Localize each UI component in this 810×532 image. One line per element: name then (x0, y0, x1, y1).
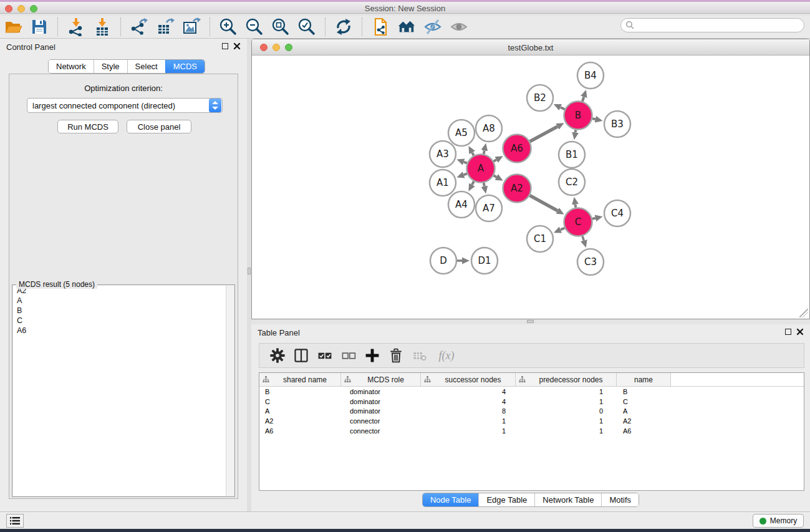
window-resize-grip[interactable] (799, 309, 808, 317)
graph-edge-C-C1[interactable] (561, 228, 565, 230)
graph-edge-C-C2[interactable] (576, 205, 576, 208)
graph-edge-A-A6[interactable] (494, 160, 497, 162)
import-table-icon[interactable] (93, 17, 112, 36)
home-icon[interactable] (397, 17, 416, 36)
result-list-item[interactable]: C (13, 316, 234, 326)
close-panel-icon[interactable] (233, 42, 241, 50)
table-cell[interactable]: dominator (341, 407, 421, 415)
table-cell[interactable]: connector (341, 427, 421, 435)
export-table-icon[interactable] (156, 17, 175, 36)
graph-edge-A2-C[interactable] (530, 195, 558, 211)
zoom-out-icon[interactable] (245, 17, 264, 36)
search-input[interactable] (635, 20, 804, 31)
add-column-icon[interactable] (363, 346, 382, 365)
table-cell[interactable]: 1 (421, 427, 516, 435)
tab-select[interactable]: Select (127, 60, 165, 73)
node-table[interactable]: shared nameMCDS rolesuccessor nodesprede… (259, 372, 804, 491)
table-cell[interactable]: A (259, 407, 341, 415)
table-row[interactable]: A6connector11A6 (259, 426, 804, 436)
float-panel-icon[interactable] (785, 329, 791, 335)
graph-edge-A-A3[interactable] (464, 162, 467, 163)
result-list-item[interactable]: A6 (13, 326, 234, 336)
table-cell[interactable]: 1 (516, 388, 617, 395)
table-cell[interactable]: A2 (259, 417, 341, 425)
tab-node-table[interactable]: Node Table (423, 493, 479, 506)
divider-grab-handle[interactable] (527, 320, 534, 323)
graph-edge-B-B2[interactable] (561, 107, 565, 109)
tab-network[interactable]: Network (49, 60, 94, 73)
table-cell[interactable]: 4 (421, 388, 516, 395)
table-cell[interactable]: 8 (421, 407, 516, 415)
run-mcds-button[interactable]: Run MCDS (57, 120, 118, 133)
search-field[interactable] (620, 18, 804, 32)
graph-edge-A-A2[interactable] (494, 175, 497, 177)
export-network-icon[interactable] (130, 17, 148, 36)
graph-edge-B-B1[interactable] (576, 130, 576, 132)
table-row[interactable]: Bdominator41B (259, 387, 804, 397)
tab-motifs[interactable]: Motifs (601, 493, 639, 506)
column-header[interactable]: name (617, 373, 671, 386)
graph-edge-C-C4[interactable] (592, 218, 595, 219)
show-graphics-details-icon[interactable] (450, 17, 468, 36)
open-folder-icon[interactable] (4, 17, 22, 36)
task-history-button[interactable] (6, 514, 24, 528)
graph-edge-A-A1[interactable] (464, 173, 467, 175)
criterion-dropdown[interactable]: largest connected component (directed) (27, 98, 223, 113)
column-header[interactable]: predecessor nodes (516, 373, 617, 386)
result-list-item[interactable]: A (13, 296, 234, 306)
graph-edge-A6-B[interactable] (530, 127, 557, 142)
table-cell[interactable]: 0 (516, 407, 617, 415)
graph-edge-A-A8[interactable] (484, 150, 485, 154)
mcds-result-list[interactable]: A2ABCA6 (13, 286, 234, 496)
table-cell[interactable]: A (617, 407, 671, 415)
result-list-item[interactable]: B (13, 306, 234, 316)
table-row[interactable]: Adominator80A (259, 407, 804, 417)
panel-divider-vertical[interactable] (247, 39, 251, 511)
table-cell[interactable]: dominator (341, 398, 421, 405)
table-cell[interactable]: C (259, 398, 341, 405)
refresh-icon[interactable] (334, 17, 353, 36)
result-scrollbar[interactable] (226, 286, 234, 496)
save-icon[interactable] (30, 17, 49, 36)
tab-edge-table[interactable]: Edge Table (478, 493, 534, 506)
table-cell[interactable]: dominator (341, 388, 421, 395)
deselect-all-icon[interactable] (339, 346, 358, 365)
tab-network-table[interactable]: Network Table (534, 493, 601, 506)
delete-column-icon[interactable] (387, 346, 405, 365)
graph-edge-A-A4[interactable] (472, 181, 474, 185)
column-header[interactable]: MCDS role (341, 373, 421, 386)
table-cell[interactable]: connector (341, 417, 421, 425)
table-row[interactable]: A2connector11A2 (259, 416, 804, 426)
table-cell[interactable]: B (617, 388, 671, 395)
new-network-from-selection-icon[interactable] (371, 17, 390, 36)
table-cell[interactable]: 4 (421, 398, 516, 405)
table-cell[interactable]: A6 (259, 427, 341, 435)
network-canvas[interactable]: AA1A2A3A4A5A6A7A8BB1B2B3B4CC1C2C3C4DD1 (252, 56, 809, 319)
graph-edge-C-C3[interactable] (582, 236, 584, 240)
table-cell[interactable]: 1 (516, 417, 617, 425)
tab-style[interactable]: Style (94, 60, 127, 73)
import-network-icon[interactable] (67, 17, 85, 36)
graph-edge-A-A7[interactable] (484, 183, 485, 186)
column-header[interactable]: successor nodes (421, 373, 516, 386)
column-header[interactable]: shared name (259, 373, 341, 386)
show-columns-icon[interactable] (292, 346, 311, 365)
memory-button[interactable]: Memory (753, 514, 804, 528)
tab-mcds[interactable]: MCDS (165, 60, 205, 73)
settings-gear-icon[interactable] (268, 346, 287, 365)
float-panel-icon[interactable] (222, 43, 228, 49)
table-cell[interactable]: C (617, 398, 671, 405)
network-window-titlebar[interactable]: testGlobe.txt (252, 39, 809, 56)
zoom-selected-icon[interactable] (297, 17, 316, 36)
zoom-fit-icon[interactable] (271, 17, 290, 36)
table-cell[interactable]: A2 (617, 417, 671, 425)
export-image-icon[interactable] (182, 17, 201, 36)
zoom-in-icon[interactable] (219, 17, 238, 36)
divider-grab-handle[interactable] (248, 268, 251, 274)
table-cell[interactable]: 1 (421, 417, 516, 425)
graph-edge-A-A5[interactable] (472, 153, 474, 156)
table-cell[interactable]: B (259, 388, 341, 395)
close-panel-icon[interactable] (796, 328, 804, 336)
table-cell[interactable]: A6 (617, 427, 671, 435)
table-cell[interactable]: 1 (516, 427, 617, 435)
